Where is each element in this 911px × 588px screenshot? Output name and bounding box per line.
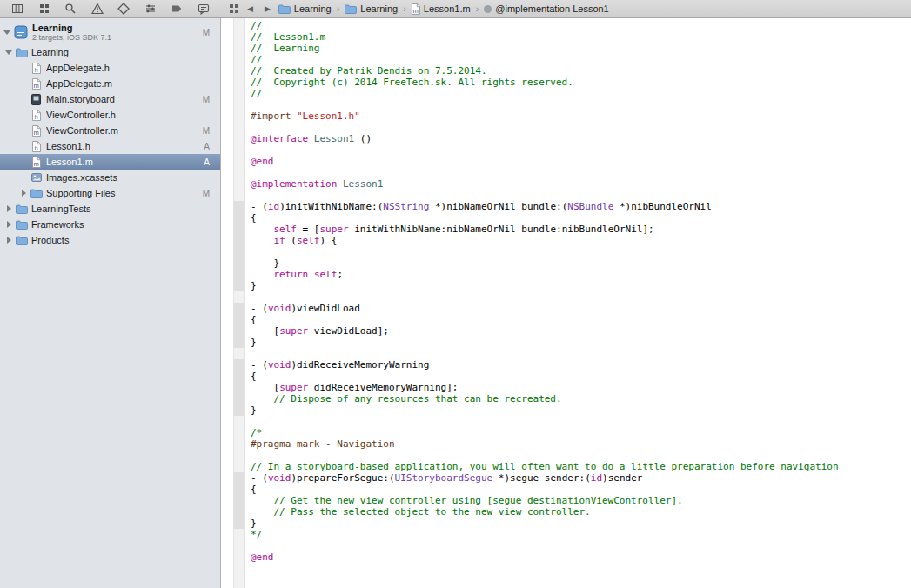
svg-text:m: m <box>33 81 38 89</box>
code-line[interactable]: // Learning <box>251 43 911 54</box>
code-token-com: // <box>251 88 262 99</box>
sidebar-item-images-xcassets[interactable]: Images.xcassets <box>0 170 220 185</box>
sidebar-item-learning[interactable]: Learning <box>0 44 220 60</box>
code-line[interactable]: // Created by Patrik Dendis on 7.5.2014. <box>251 65 911 77</box>
code-line[interactable]: @interface Lesson1 () <box>251 133 911 144</box>
code-line[interactable]: } <box>251 257 911 269</box>
fold-region[interactable] <box>234 303 244 348</box>
code-token-kw: self <box>297 235 320 246</box>
code-line[interactable] <box>251 416 911 427</box>
back-button[interactable]: ◀ <box>244 5 257 13</box>
code-line[interactable] <box>251 291 911 303</box>
sidebar-item-frameworks[interactable]: Frameworks <box>0 217 220 232</box>
related-items-icon[interactable] <box>229 3 239 14</box>
sidebar-item-lesson1-m[interactable]: mLesson1.mA <box>0 154 220 170</box>
sidebar-item-viewcontroller-m[interactable]: mViewController.mM <box>0 123 220 138</box>
code-token-pln: initWithNibName:nibNameOrNil bundle:nibB… <box>349 224 654 235</box>
sidebar-item-main-storyboard[interactable]: Main.storyboardM <box>0 91 220 107</box>
sidebar-item-appdelegate-h[interactable]: hAppDelegate.h <box>0 60 220 76</box>
code-line[interactable] <box>251 348 911 359</box>
disclosure-triangle[interactable] <box>2 24 13 40</box>
disclosure-triangle[interactable] <box>3 201 15 217</box>
breadcrumb-item[interactable]: mLesson1.m <box>412 3 471 15</box>
project-row[interactable]: Learning 2 targets, iOS SDK 7.1 M <box>0 18 220 44</box>
code-line[interactable] <box>251 144 911 156</box>
code-line[interactable] <box>251 450 911 461</box>
issue-navigator-icon[interactable] <box>90 3 104 16</box>
breakpoint-navigator-icon[interactable] <box>170 3 184 16</box>
sidebar-item-appdelegate-m[interactable]: mAppDelegate.m <box>0 76 220 91</box>
code-line[interactable]: // <box>251 20 911 31</box>
disclosure-triangle[interactable] <box>3 232 15 248</box>
code-line[interactable]: [super viewDidLoad]; <box>251 325 911 337</box>
breadcrumb-item[interactable]: Learning <box>345 3 398 14</box>
code-line[interactable] <box>251 246 911 257</box>
test-navigator-icon[interactable] <box>117 3 131 16</box>
log-navigator-icon[interactable] <box>197 3 211 16</box>
code-line[interactable]: { <box>251 212 911 224</box>
breadcrumb-item[interactable]: @implementation Lesson1 <box>484 3 608 14</box>
debug-navigator-icon[interactable] <box>144 3 157 16</box>
code-line[interactable] <box>251 99 911 110</box>
code-line[interactable]: // In a storyboard-based application, yo… <box>251 461 911 472</box>
code-line[interactable]: return self; <box>251 269 911 280</box>
breadcrumb-item[interactable]: Learning <box>278 3 332 14</box>
code-line[interactable]: if (self) { <box>251 235 911 246</box>
code-line[interactable]: @end <box>251 156 911 167</box>
forward-button[interactable]: ▶ <box>261 5 274 13</box>
file-label: ViewController.m <box>46 125 198 136</box>
code-token-com: // <box>251 54 262 65</box>
disclosure-spacer <box>18 76 30 91</box>
code-line[interactable]: @implementation Lesson1 <box>251 178 911 190</box>
folder-icon <box>345 4 357 14</box>
fold-region[interactable] <box>234 472 244 529</box>
code-line[interactable]: - (void)didReceiveMemoryWarning <box>251 359 911 371</box>
code-line[interactable]: } <box>251 337 911 348</box>
sidebar-item-products[interactable]: Products <box>0 232 220 248</box>
fold-region[interactable] <box>234 201 244 291</box>
sidebar-item-learningtests[interactable]: LearningTests <box>0 201 220 217</box>
code-line[interactable]: { <box>251 371 911 382</box>
sidebar-item-viewcontroller-h[interactable]: hViewController.h <box>0 107 220 123</box>
code-line[interactable] <box>251 190 911 201</box>
code-line[interactable] <box>251 540 911 551</box>
code-line[interactable]: #import "Lesson1.h" <box>251 110 911 122</box>
symbol-navigator-icon[interactable] <box>37 3 51 16</box>
code-line[interactable]: - (void)viewDidLoad <box>251 303 911 314</box>
code-line[interactable]: // Lesson1.m <box>251 31 911 43</box>
code-line[interactable]: // Copyright (c) 2014 FreeTech.sk. All r… <box>251 77 911 88</box>
code-fold-ribbon[interactable] <box>233 18 245 588</box>
disclosure-triangle[interactable] <box>18 185 30 201</box>
disclosure-triangle[interactable] <box>3 44 15 60</box>
code-line[interactable] <box>251 167 911 178</box>
code-area[interactable]: //// Lesson1.m// Learning//// Created by… <box>245 18 911 588</box>
code-line[interactable]: [super didReceiveMemoryWarning]; <box>251 382 911 393</box>
search-navigator-icon[interactable] <box>64 3 77 16</box>
breadcrumb-label: @implementation Lesson1 <box>495 3 608 14</box>
disclosure-spacer <box>18 123 30 138</box>
code-line[interactable]: // Dispose of any resources that can be … <box>251 393 911 404</box>
code-line[interactable]: /* <box>251 427 911 438</box>
code-line[interactable]: */ <box>251 529 911 540</box>
code-line[interactable]: // Get the new view controller using [se… <box>251 495 911 506</box>
code-line[interactable]: } <box>251 518 911 529</box>
code-line[interactable]: { <box>251 314 911 325</box>
code-line[interactable]: @end <box>251 551 911 563</box>
code-line[interactable]: - (void)prepareForSegue:(UIStoryboardSeg… <box>251 472 911 484</box>
fold-region[interactable] <box>234 359 244 416</box>
disclosure-triangle[interactable] <box>3 217 15 232</box>
code-line[interactable]: - (id)initWithNibName:(NSString *)nibNam… <box>251 201 911 212</box>
code-line[interactable]: } <box>251 404 911 416</box>
code-line[interactable]: } <box>251 280 911 291</box>
code-line[interactable]: { <box>251 484 911 495</box>
code-line[interactable]: self = [super initWithNibName:nibNameOrN… <box>251 224 911 235</box>
code-line[interactable]: // <box>251 88 911 99</box>
code-line[interactable]: #pragma mark - Navigation <box>251 438 911 450</box>
project-navigator-icon[interactable] <box>10 3 24 16</box>
sidebar-item-supporting-files[interactable]: Supporting FilesM <box>0 185 220 201</box>
file-label: LearningTests <box>31 204 210 214</box>
code-line[interactable]: // Pass the selected object to the new v… <box>251 506 911 518</box>
code-line[interactable] <box>251 122 911 133</box>
sidebar-item-lesson1-h[interactable]: hLesson1.hA <box>0 138 220 154</box>
code-line[interactable]: // <box>251 54 911 65</box>
